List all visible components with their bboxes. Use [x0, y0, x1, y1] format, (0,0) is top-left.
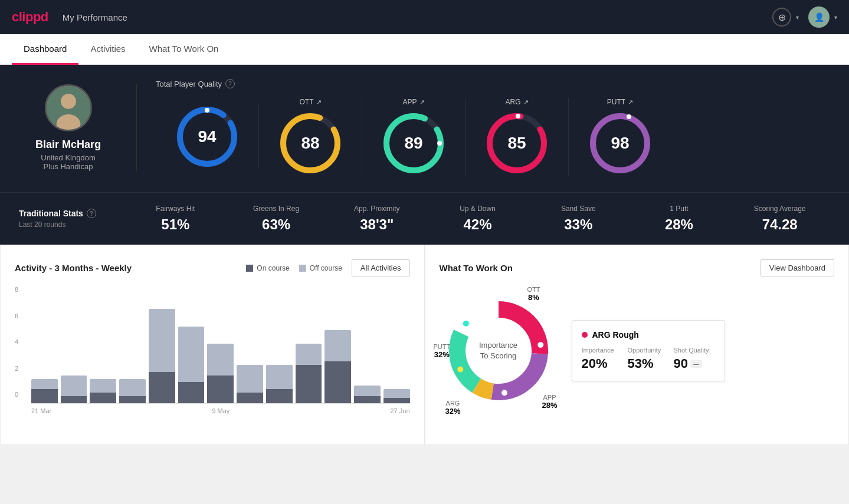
svg-point-23	[461, 319, 470, 328]
activity-panel: Activity - 3 Months - Weekly On course O…	[0, 245, 425, 445]
avatar-group[interactable]: 👤 ▾	[808, 6, 837, 28]
app-ring: APP ↗ 89	[362, 98, 466, 176]
tab-dashboard[interactable]: Dashboard	[12, 34, 78, 65]
putt-ring-container: 98	[588, 111, 653, 176]
trad-title: Traditional Stats ?	[19, 209, 125, 218]
stat-proximity-value: 38'3"	[326, 216, 427, 233]
importance-value: 20%	[582, 356, 623, 371]
off-course-bar	[266, 365, 293, 389]
off-course-bar	[207, 344, 234, 375]
on-course-bar	[31, 389, 58, 403]
traditional-stats: Traditional Stats ? Last 20 rounds Fairw…	[0, 192, 849, 245]
on-course-bar	[266, 389, 293, 403]
work-on-panel: What To Work On View Dashboard	[425, 245, 850, 445]
activity-title: Activity - 3 Months - Weekly	[15, 263, 132, 273]
x-label-jun: 27 Jun	[390, 407, 409, 414]
opportunity-value: 53%	[628, 356, 669, 371]
player-handicap: Plus Handicap	[44, 162, 93, 171]
off-course-bar	[296, 344, 322, 365]
player-avatar	[45, 84, 92, 131]
tab-activities[interactable]: Activities	[78, 34, 137, 65]
y-axis: 0 2 4 6 8	[15, 286, 27, 404]
player-country: United Kingdom	[41, 153, 96, 162]
stat-1putt-label: 1 Putt	[629, 205, 730, 213]
red-dot-icon	[582, 332, 588, 338]
arg-score: 85	[507, 134, 526, 153]
work-on-title: What To Work On	[440, 263, 513, 273]
stat-1putt: 1 Putt 28%	[629, 205, 730, 233]
tab-what-to-work-on[interactable]: What To Work On	[137, 34, 231, 65]
on-course-bar	[324, 361, 351, 403]
shotquality-badge: —	[690, 360, 702, 368]
work-on-content: ImportanceTo Scoring OTT 8% APP 28% ARG …	[440, 286, 835, 416]
off-course-bar	[31, 379, 58, 390]
ott-score: 88	[301, 134, 319, 153]
bar-group	[90, 286, 116, 403]
x-labels: 21 Mar 9 May 27 Jun	[15, 407, 410, 414]
main-ring-container: 94	[175, 104, 240, 169]
on-course-bar	[61, 396, 87, 403]
shotquality-value-row: 90 —	[674, 356, 715, 371]
shotquality-value: 90	[674, 356, 688, 371]
stat-fairways-label: Fairways Hit	[125, 205, 226, 213]
chart-body	[31, 286, 410, 404]
putt-arrow: ↗	[628, 98, 633, 106]
avatar[interactable]: 👤	[808, 6, 830, 28]
off-course-bar	[90, 379, 116, 393]
svg-point-16	[627, 114, 631, 119]
bar-chart: 0 2 4 6 8 21 Mar 9 May 27 Jun	[15, 286, 410, 416]
app-ring-container: 89	[381, 111, 446, 176]
add-button-group[interactable]: ⊕ ▾	[772, 8, 799, 27]
on-course-bar	[119, 396, 146, 403]
add-button[interactable]: ⊕	[772, 8, 791, 27]
on-course-label: On course	[257, 264, 289, 272]
on-course-bar	[149, 372, 175, 403]
ott-segment-label: OTT 8%	[527, 286, 540, 302]
off-course-bar	[354, 386, 381, 396]
bar-group	[31, 286, 58, 403]
player-info: Blair McHarg United Kingdom Plus Handica…	[19, 84, 137, 171]
work-stat-importance: Importance 20%	[582, 347, 623, 371]
putt-score: 98	[611, 134, 629, 153]
off-course-bar	[324, 330, 351, 361]
activity-legend: On course Off course	[246, 264, 342, 272]
trad-stats-label: Traditional Stats ? Last 20 rounds	[19, 209, 125, 229]
header: clippd My Performance ⊕ ▾ 👤 ▾	[0, 0, 849, 34]
stat-greens-label: Greens In Reg	[226, 205, 327, 213]
all-activities-button[interactable]: All Activities	[352, 259, 410, 276]
ott-label: OTT ↗	[300, 98, 322, 106]
off-course-bar	[119, 379, 146, 397]
donut-svg	[440, 292, 558, 410]
ott-ring-container: 88	[278, 111, 343, 176]
ott-ring: OTT ↗ 88	[259, 98, 362, 176]
work-card-stats: Importance 20% Opportunity 53% Shot Qual…	[582, 347, 715, 371]
chart-with-yaxis: 0 2 4 6 8	[15, 286, 410, 404]
stat-updown-label: Up & Down	[427, 205, 528, 213]
putt-label: PUTT ↗	[607, 98, 633, 106]
tpq-label: Total Player Quality ?	[156, 79, 830, 88]
trad-subtitle: Last 20 rounds	[19, 220, 125, 229]
x-label-mar: 21 Mar	[31, 407, 51, 414]
off-course-bar	[61, 375, 87, 397]
off-course-bar	[383, 389, 410, 397]
svg-point-5	[205, 108, 209, 113]
work-stat-shotquality: Shot Quality 90 —	[674, 347, 715, 371]
stat-sandsave-label: Sand Save	[528, 205, 629, 213]
arg-label: ARG ↗	[505, 98, 528, 106]
tabs-bar: Dashboard Activities What To Work On	[0, 34, 849, 65]
tpq-help-icon[interactable]: ?	[225, 79, 235, 88]
stat-scoring: Scoring Average 74.28	[729, 205, 830, 233]
on-course-bar	[207, 375, 234, 403]
arg-arrow: ↗	[523, 98, 529, 106]
off-course-bar	[149, 309, 175, 372]
trad-help-icon[interactable]: ?	[87, 209, 96, 218]
view-dashboard-button[interactable]: View Dashboard	[761, 259, 834, 276]
off-course-label: Off course	[310, 264, 342, 272]
bar-group	[383, 286, 410, 403]
arg-ring: ARG ↗ 85	[466, 98, 569, 176]
bar-group	[119, 286, 146, 403]
stat-updown: Up & Down 42%	[427, 205, 528, 233]
app-label: APP ↗	[402, 98, 424, 106]
on-course-bar	[90, 393, 116, 403]
putt-ring: PUTT ↗ 98	[569, 98, 671, 176]
